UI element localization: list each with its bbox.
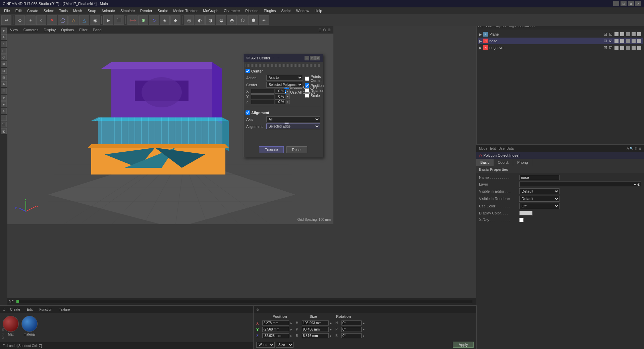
object-row-negative[interactable]: ▶ N negative ☑ ☑: [478, 44, 643, 51]
nose-visibility[interactable]: ☑: [604, 39, 607, 43]
viewport-tab-display[interactable]: Display: [44, 28, 56, 32]
viewport-tab-cameras[interactable]: Cameras: [23, 28, 39, 32]
axis-select[interactable]: All X Y Z: [266, 116, 320, 122]
menu-create[interactable]: Create: [24, 8, 41, 13]
cam-btn5[interactable]: ◓: [227, 15, 237, 25]
reset-button[interactable]: Reset: [286, 146, 308, 153]
menu-render[interactable]: Render: [138, 8, 155, 13]
z-percent-input[interactable]: [275, 99, 285, 104]
center-select[interactable]: Selected Polygons All Polygons Selected …: [266, 82, 303, 88]
render-region-btn[interactable]: ⬛: [114, 15, 124, 25]
menu-select[interactable]: Select: [41, 8, 57, 13]
sidebar-tool-15[interactable]: ⬛: [1, 121, 7, 128]
edit-btn[interactable]: Edit: [490, 147, 496, 150]
z-position-input[interactable]: [262, 333, 289, 338]
z-slider[interactable]: [251, 100, 274, 104]
menu-file[interactable]: File: [1, 8, 13, 13]
z-size-arrow[interactable]: ▸: [330, 334, 334, 338]
dialog-titlebar[interactable]: ⚙ Axis Center ⋯⋯ ─ □ ✕: [244, 54, 323, 62]
menu-plugins[interactable]: Plugins: [261, 8, 278, 13]
z-rotation-input[interactable]: [341, 333, 362, 338]
position-checkbox[interactable]: [305, 83, 309, 88]
cam-btn2[interactable]: ◐: [195, 15, 205, 25]
viewport-tab-panel[interactable]: Panel: [93, 28, 102, 32]
toolbar-btn-7[interactable]: △: [79, 15, 89, 25]
menu-pipeline[interactable]: Pipeline: [243, 8, 261, 13]
sidebar-tool-8[interactable]: ⊟: [1, 74, 7, 81]
sidebar-select-tool[interactable]: ▶: [1, 28, 7, 34]
y-slider[interactable]: [251, 94, 274, 99]
apply-button[interactable]: Apply: [453, 342, 474, 348]
use-color-select[interactable]: Off On Auto: [519, 203, 559, 209]
toolbar-btn-1[interactable]: ⊙: [15, 15, 25, 25]
cam-btn1[interactable]: ◎: [184, 15, 194, 25]
execute-button[interactable]: Execute: [259, 146, 284, 153]
sidebar-move-tool[interactable]: ✛: [1, 34, 7, 40]
toolbar-btn-8[interactable]: ◉: [90, 15, 100, 25]
neg-render[interactable]: ☑: [609, 46, 612, 50]
object-row-plane[interactable]: ▶ P Plane ☑ ☑: [478, 31, 643, 38]
display-color-swatch[interactable]: [519, 211, 533, 215]
y-size-arrow[interactable]: ▸: [330, 328, 334, 331]
tab-phong[interactable]: Phong: [513, 159, 532, 166]
close-btn[interactable]: ✕: [635, 1, 641, 6]
y-rot-arrow[interactable]: ▸: [363, 328, 365, 331]
menu-window[interactable]: Window: [293, 8, 312, 13]
y-rotation-input[interactable]: [341, 327, 362, 332]
tab-basic[interactable]: Basic: [476, 159, 494, 166]
menu-simulate[interactable]: Simulate: [118, 8, 138, 13]
visible-render-select[interactable]: Default On Off: [519, 196, 559, 202]
tab-coord[interactable]: Coord.: [494, 159, 513, 166]
alignment-checkbox[interactable]: [246, 110, 250, 115]
menu-animate[interactable]: Animate: [99, 8, 118, 13]
move-btn[interactable]: ⟺: [127, 15, 138, 25]
scale-checkbox[interactable]: [305, 93, 309, 98]
mat-tab-edit[interactable]: Edit: [25, 307, 35, 312]
toolbar-btn-4[interactable]: ✕: [47, 15, 57, 25]
minimize-btn[interactable]: ─: [613, 1, 619, 6]
object-btn[interactable]: ◈: [160, 15, 170, 25]
dialog-maximize-btn[interactable]: □: [310, 56, 315, 60]
coord-system-select[interactable]: World Local Global: [256, 342, 275, 348]
cam-btn4[interactable]: ◒: [216, 15, 226, 25]
sidebar-tool-12[interactable]: ◈: [1, 101, 7, 107]
undo-btn[interactable]: ↩: [1, 15, 11, 25]
menu-script[interactable]: Script: [279, 8, 293, 13]
viewport-tab-view[interactable]: View: [10, 28, 18, 32]
sidebar-tool-13[interactable]: ⊹: [1, 108, 7, 114]
toolbar-btn-5[interactable]: ◯: [58, 15, 68, 25]
sidebar-tool-3[interactable]: ○: [1, 41, 7, 47]
cam-btn7[interactable]: ⬢: [248, 15, 258, 25]
z-pos-arrow[interactable]: ▸: [290, 334, 294, 338]
z-size-input[interactable]: [302, 333, 329, 338]
y-pos-arrow[interactable]: ▸: [290, 328, 294, 331]
sidebar-tool-5[interactable]: ⬡: [1, 54, 7, 60]
menu-motion-tracker[interactable]: Motion Tracker: [170, 8, 200, 13]
cam-btn3[interactable]: ◑: [205, 15, 215, 25]
sidebar-tool-11[interactable]: ⊗: [1, 95, 7, 101]
menu-character[interactable]: Character: [221, 8, 243, 13]
center-checkbox[interactable]: [246, 69, 250, 73]
material-material[interactable]: material: [21, 316, 38, 336]
maximize-btn[interactable]: ⧉: [628, 1, 634, 6]
z-arrow[interactable]: ▸: [286, 100, 290, 104]
layer-field[interactable]: ● ◐: [519, 182, 641, 187]
x-slider[interactable]: [251, 89, 274, 94]
sidebar-tool-7[interactable]: ⊡: [1, 68, 7, 74]
viewport-tab-options[interactable]: Options: [61, 28, 74, 32]
timeline-track[interactable]: [16, 300, 472, 303]
toolbar-btn-6[interactable]: ◇: [68, 15, 78, 25]
y-position-input[interactable]: [262, 327, 289, 332]
neg-visibility[interactable]: ☑: [604, 46, 607, 50]
material-mat[interactable]: Mat: [3, 316, 19, 336]
menu-mograph[interactable]: MoGraph: [200, 8, 221, 13]
y-percent-input[interactable]: [275, 94, 285, 99]
x-rot-arrow[interactable]: ▸: [363, 321, 365, 325]
mat-tab-texture[interactable]: Texture: [57, 307, 72, 312]
toolbar-btn-3[interactable]: ○: [36, 15, 46, 25]
scale-btn[interactable]: ⊕: [138, 15, 148, 25]
sidebar-tool-10[interactable]: ☰: [1, 88, 7, 94]
xray-checkbox[interactable]: [519, 218, 524, 222]
menu-help[interactable]: Help: [312, 8, 325, 13]
sidebar-tool-14[interactable]: ⋯: [1, 115, 7, 121]
